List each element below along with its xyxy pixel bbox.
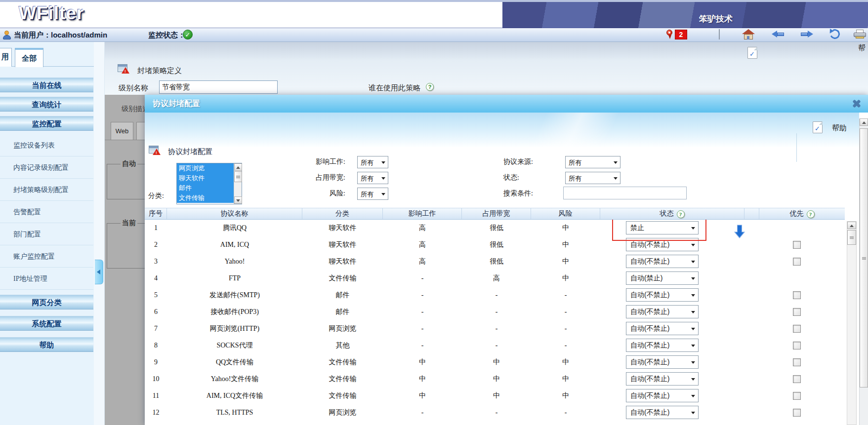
scroll-down-icon[interactable]	[234, 196, 242, 204]
listbox-option-聊天软件[interactable]: 聊天软件	[177, 173, 234, 183]
listbox-scrollbar[interactable]	[234, 163, 242, 204]
cell: 聊天软件	[302, 236, 383, 253]
alert-count-badge[interactable]: 2	[675, 30, 687, 39]
cell: SOCKS代理	[167, 337, 302, 354]
priority-checkbox[interactable]	[793, 409, 801, 417]
protocol-source-filter-label: 协议来源:	[503, 157, 533, 166]
priority-checkbox[interactable]	[793, 291, 801, 299]
cell: 中	[531, 354, 600, 371]
sidebar-item-帮助[interactable]: 帮助	[0, 337, 93, 352]
status-select[interactable]: 自动(不禁止)	[626, 322, 699, 335]
current-user-label: 当前用户：localhost/admin	[14, 31, 107, 40]
cell: 1	[145, 220, 167, 236]
annotation-down-arrow-icon	[734, 225, 745, 240]
sidebar-item-内容记录级别配置[interactable]: 内容记录级别配置	[0, 156, 93, 179]
sidebar-item-网页分类[interactable]: 网页分类	[0, 295, 93, 309]
sidebar-item-IP地址管理[interactable]: IP地址管理	[0, 268, 93, 290]
toolbar-divider	[719, 29, 720, 39]
page-help-link[interactable]: 帮助	[858, 43, 868, 53]
sidebar-item-监控配置[interactable]: 监控配置	[0, 116, 93, 131]
chevron-left-icon	[97, 270, 100, 274]
level-name-input[interactable]	[159, 80, 278, 94]
bandwidth-filter-select[interactable]: 所有	[357, 172, 388, 184]
monitor-status-label: 监控状态：	[148, 31, 185, 40]
sidebar-collapse-handle[interactable]	[95, 260, 103, 284]
status-select[interactable]: 自动(不禁止)	[626, 255, 699, 268]
priority-checkbox[interactable]	[793, 375, 801, 383]
status-select[interactable]: 自动(不禁止)	[626, 305, 699, 318]
table-scrollbar[interactable]	[847, 221, 857, 425]
sidebar-item-监控设备列表[interactable]: 监控设备列表	[0, 134, 93, 156]
priority-checkbox[interactable]	[793, 342, 801, 349]
sidebar-item-封堵策略级别配置[interactable]: 封堵策略级别配置	[0, 179, 93, 201]
sidebar-tab-common[interactable]: 用	[0, 48, 12, 67]
dialog-scrollbar[interactable]	[859, 118, 868, 425]
listbox-option-文件传输[interactable]: 文件传输	[177, 193, 234, 203]
cell: 发送邮件(SMTP)	[167, 287, 302, 304]
priority-checkbox[interactable]	[793, 241, 801, 249]
risk-filter-select[interactable]: 所有	[357, 188, 388, 200]
search-input[interactable]	[563, 187, 687, 199]
listbox-scroll-thumb[interactable]	[234, 171, 242, 182]
status-filter-select[interactable]: 所有	[565, 172, 620, 184]
table-scroll-thumb[interactable]	[847, 230, 856, 245]
priority-checkbox[interactable]	[793, 358, 801, 366]
protocol-source-filter-select[interactable]: 所有	[565, 156, 620, 168]
cell: 中	[531, 270, 600, 287]
home-icon[interactable]	[742, 29, 755, 40]
sidebar-item-查询统计[interactable]: 查询统计	[0, 97, 93, 112]
scroll-up-icon[interactable]	[847, 222, 856, 229]
status-select[interactable]: 自动(禁止)	[626, 271, 699, 285]
listbox-option-网页浏览[interactable]: 网页浏览	[177, 163, 234, 173]
status-select[interactable]: 自动(不禁止)	[626, 339, 699, 352]
tab-web: Web	[111, 122, 133, 140]
status-select[interactable]: 自动(不禁止)	[626, 389, 699, 402]
dialog-help-link[interactable]: 帮助	[832, 123, 847, 133]
sidebar-item-当前在线[interactable]: 当前在线	[0, 77, 93, 92]
listbox-option-邮件[interactable]: 邮件	[177, 183, 234, 193]
forward-arrow-icon[interactable]	[800, 31, 813, 38]
help-question-icon[interactable]: ?	[677, 210, 685, 218]
help-question-icon[interactable]: ?	[426, 83, 434, 91]
cell: 2	[145, 236, 167, 253]
dialog-title: 协议封堵配置	[153, 99, 200, 109]
priority-checkbox[interactable]	[793, 308, 801, 316]
document-icon[interactable]: ✓	[747, 47, 757, 59]
status-select[interactable]: 自动(不禁止)	[626, 372, 699, 386]
back-arrow-icon[interactable]	[772, 31, 785, 38]
sidebar-tab-all[interactable]: 全部	[15, 48, 43, 67]
sidebar-item-系统配置[interactable]: 系统配置	[0, 316, 93, 331]
help-question-icon[interactable]: ?	[807, 210, 815, 218]
cell: 3	[145, 253, 167, 270]
sidebar-item-账户监控配置[interactable]: 账户监控配置	[0, 245, 93, 268]
scroll-up-icon[interactable]	[234, 163, 242, 171]
printer-icon[interactable]	[854, 30, 867, 39]
close-icon[interactable]	[851, 98, 862, 109]
status-select[interactable]: 自动(不禁止)	[626, 288, 699, 302]
work-impact-filter-select[interactable]: 所有	[357, 156, 388, 168]
priority-checkbox[interactable]	[793, 258, 801, 266]
priority-checkbox[interactable]	[793, 392, 801, 400]
sidebar-item-告警配置[interactable]: 告警配置	[0, 201, 93, 223]
cell: 其他	[302, 337, 383, 354]
cell: 中	[531, 371, 600, 387]
column-header-协议名称: 协议名称	[167, 208, 302, 219]
cell: 11	[145, 387, 167, 404]
scroll-up-icon[interactable]	[860, 118, 868, 126]
dialog-scroll-thumb[interactable]	[860, 128, 868, 387]
status-select[interactable]: 自动(不禁止)	[626, 406, 699, 419]
location-pin-icon[interactable]	[666, 30, 673, 39]
cell: 高	[383, 220, 462, 236]
cell: 中	[383, 371, 462, 387]
chevron-down-icon	[614, 177, 618, 180]
priority-checkbox[interactable]	[793, 325, 801, 333]
cell: -	[383, 287, 462, 304]
help-document-icon[interactable]: ✓	[813, 121, 823, 133]
risk-filter-label: 风险:	[275, 189, 345, 198]
annotation-highlight-box	[612, 220, 706, 241]
status-select[interactable]: 自动(不禁止)	[626, 355, 699, 369]
category-listbox[interactable]: 网页浏览聊天软件邮件文件传输	[176, 163, 242, 204]
cell: QQ文件传输	[167, 354, 302, 371]
sidebar-item-部门配置[interactable]: 部门配置	[0, 223, 93, 245]
cell: -	[462, 404, 531, 421]
